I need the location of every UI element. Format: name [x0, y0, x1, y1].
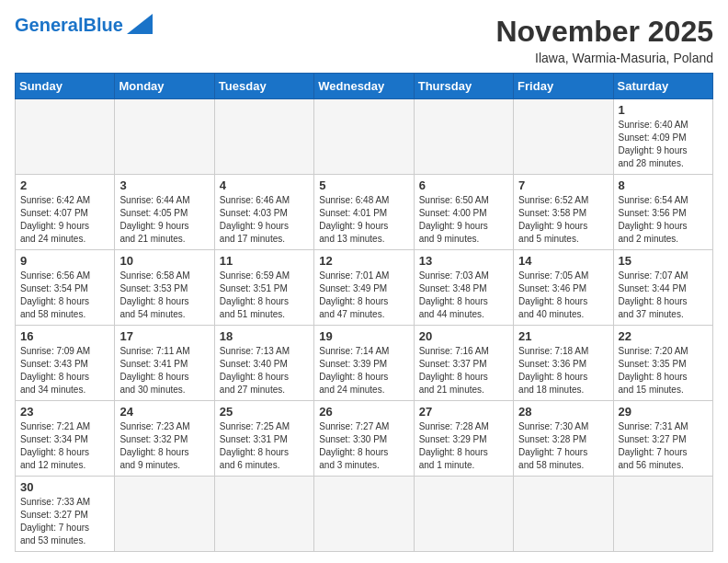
table-row: 9Sunrise: 6:56 AM Sunset: 3:54 PM Daylig…	[16, 250, 115, 326]
table-row	[314, 99, 414, 175]
day-info: Sunrise: 7:28 AM Sunset: 3:29 PM Dayligh…	[419, 420, 508, 472]
day-info: Sunrise: 6:59 AM Sunset: 3:51 PM Dayligh…	[220, 270, 309, 321]
day-number: 2	[20, 178, 109, 192]
svg-marker-0	[127, 14, 153, 34]
day-info: Sunrise: 7:14 AM Sunset: 3:39 PM Dayligh…	[319, 345, 408, 396]
logo-triangle-icon	[127, 14, 153, 34]
table-row	[314, 477, 414, 552]
month-title: November 2025	[495, 15, 713, 49]
day-info: Sunrise: 7:16 AM Sunset: 3:37 PM Dayligh…	[419, 345, 508, 396]
day-number: 29	[619, 405, 708, 419]
day-info: Sunrise: 7:31 AM Sunset: 3:27 PM Dayligh…	[619, 420, 708, 472]
day-number: 7	[518, 178, 608, 192]
day-info: Sunrise: 6:50 AM Sunset: 4:00 PM Dayligh…	[419, 194, 508, 246]
day-info: Sunrise: 7:09 AM Sunset: 3:43 PM Dayligh…	[20, 345, 109, 396]
location-subtitle: Ilawa, Warmia-Masuria, Poland	[495, 51, 713, 65]
logo-general: General	[15, 15, 83, 35]
calendar-week-row: 30Sunrise: 7:33 AM Sunset: 3:27 PM Dayli…	[16, 477, 713, 552]
day-number: 28	[518, 405, 608, 419]
day-number: 14	[518, 254, 608, 268]
table-row: 1Sunrise: 6:40 AM Sunset: 4:09 PM Daylig…	[613, 99, 712, 175]
col-friday: Friday	[514, 74, 613, 99]
day-number: 20	[419, 329, 508, 343]
table-row	[414, 477, 513, 552]
day-info: Sunrise: 7:18 AM Sunset: 3:36 PM Dayligh…	[518, 345, 608, 396]
calendar-week-row: 16Sunrise: 7:09 AM Sunset: 3:43 PM Dayli…	[16, 326, 713, 401]
table-row	[414, 99, 513, 175]
day-info: Sunrise: 7:25 AM Sunset: 3:31 PM Dayligh…	[220, 420, 309, 472]
table-row: 27Sunrise: 7:28 AM Sunset: 3:29 PM Dayli…	[414, 401, 513, 477]
day-info: Sunrise: 6:52 AM Sunset: 3:58 PM Dayligh…	[518, 194, 608, 246]
table-row: 28Sunrise: 7:30 AM Sunset: 3:28 PM Dayli…	[514, 401, 613, 477]
day-info: Sunrise: 6:40 AM Sunset: 4:09 PM Dayligh…	[619, 119, 708, 170]
table-row: 2Sunrise: 6:42 AM Sunset: 4:07 PM Daylig…	[16, 175, 115, 250]
table-row: 3Sunrise: 6:44 AM Sunset: 4:05 PM Daylig…	[115, 175, 214, 250]
table-row: 6Sunrise: 6:50 AM Sunset: 4:00 PM Daylig…	[414, 175, 513, 250]
day-number: 24	[119, 405, 209, 419]
day-number: 15	[619, 254, 708, 268]
table-row: 22Sunrise: 7:20 AM Sunset: 3:35 PM Dayli…	[613, 326, 712, 401]
day-number: 8	[619, 178, 708, 192]
day-info: Sunrise: 6:42 AM Sunset: 4:07 PM Dayligh…	[20, 194, 109, 246]
col-monday: Monday	[115, 74, 214, 99]
day-number: 23	[20, 405, 109, 419]
day-number: 5	[319, 178, 408, 192]
day-info: Sunrise: 7:01 AM Sunset: 3:49 PM Dayligh…	[319, 270, 408, 321]
table-row	[214, 477, 313, 552]
day-number: 6	[419, 178, 508, 192]
table-row: 21Sunrise: 7:18 AM Sunset: 3:36 PM Dayli…	[514, 326, 613, 401]
table-row	[214, 99, 313, 175]
day-number: 3	[119, 178, 209, 192]
day-info: Sunrise: 7:03 AM Sunset: 3:48 PM Dayligh…	[419, 270, 508, 321]
day-info: Sunrise: 7:21 AM Sunset: 3:34 PM Dayligh…	[20, 420, 109, 472]
table-row	[514, 99, 613, 175]
logo-text: GeneralBlue	[15, 15, 123, 35]
table-row: 25Sunrise: 7:25 AM Sunset: 3:31 PM Dayli…	[214, 401, 313, 477]
table-row: 8Sunrise: 6:54 AM Sunset: 3:56 PM Daylig…	[613, 175, 712, 250]
day-number: 27	[419, 405, 508, 419]
day-number: 1	[619, 103, 708, 117]
table-row: 23Sunrise: 7:21 AM Sunset: 3:34 PM Dayli…	[16, 401, 115, 477]
day-info: Sunrise: 6:58 AM Sunset: 3:53 PM Dayligh…	[119, 270, 209, 321]
col-wednesday: Wednesday	[314, 74, 414, 99]
table-row: 18Sunrise: 7:13 AM Sunset: 3:40 PM Dayli…	[214, 326, 313, 401]
day-info: Sunrise: 7:11 AM Sunset: 3:41 PM Dayligh…	[119, 345, 209, 396]
day-number: 16	[20, 329, 109, 343]
calendar-week-row: 2Sunrise: 6:42 AM Sunset: 4:07 PM Daylig…	[16, 175, 713, 250]
day-info: Sunrise: 6:44 AM Sunset: 4:05 PM Dayligh…	[119, 194, 209, 246]
day-info: Sunrise: 6:54 AM Sunset: 3:56 PM Dayligh…	[619, 194, 708, 246]
table-row: 16Sunrise: 7:09 AM Sunset: 3:43 PM Dayli…	[16, 326, 115, 401]
day-number: 13	[419, 254, 508, 268]
day-info: Sunrise: 7:05 AM Sunset: 3:46 PM Dayligh…	[518, 270, 608, 321]
day-number: 10	[119, 254, 209, 268]
day-info: Sunrise: 7:30 AM Sunset: 3:28 PM Dayligh…	[518, 420, 608, 472]
table-row: 13Sunrise: 7:03 AM Sunset: 3:48 PM Dayli…	[414, 250, 513, 326]
calendar-table: Sunday Monday Tuesday Wednesday Thursday…	[15, 73, 713, 552]
day-info: Sunrise: 7:27 AM Sunset: 3:30 PM Dayligh…	[319, 420, 408, 472]
calendar-header-row: Sunday Monday Tuesday Wednesday Thursday…	[16, 74, 713, 99]
calendar-week-row: 9Sunrise: 6:56 AM Sunset: 3:54 PM Daylig…	[16, 250, 713, 326]
table-row: 10Sunrise: 6:58 AM Sunset: 3:53 PM Dayli…	[115, 250, 214, 326]
table-row: 5Sunrise: 6:48 AM Sunset: 4:01 PM Daylig…	[314, 175, 414, 250]
day-number: 19	[319, 329, 408, 343]
day-number: 22	[619, 329, 708, 343]
day-info: Sunrise: 6:56 AM Sunset: 3:54 PM Dayligh…	[20, 270, 109, 321]
table-row: 12Sunrise: 7:01 AM Sunset: 3:49 PM Dayli…	[314, 250, 414, 326]
day-number: 12	[319, 254, 408, 268]
day-number: 11	[220, 254, 309, 268]
table-row	[115, 99, 214, 175]
day-info: Sunrise: 7:13 AM Sunset: 3:40 PM Dayligh…	[220, 345, 309, 396]
col-saturday: Saturday	[613, 74, 712, 99]
table-row	[514, 477, 613, 552]
table-row: 7Sunrise: 6:52 AM Sunset: 3:58 PM Daylig…	[514, 175, 613, 250]
table-row	[115, 477, 214, 552]
day-info: Sunrise: 6:46 AM Sunset: 4:03 PM Dayligh…	[220, 194, 309, 246]
table-row: 29Sunrise: 7:31 AM Sunset: 3:27 PM Dayli…	[613, 401, 712, 477]
table-row	[613, 477, 712, 552]
day-info: Sunrise: 7:33 AM Sunset: 3:27 PM Dayligh…	[20, 496, 109, 547]
title-block: November 2025 Ilawa, Warmia-Masuria, Pol…	[495, 15, 713, 65]
table-row: 20Sunrise: 7:16 AM Sunset: 3:37 PM Dayli…	[414, 326, 513, 401]
day-number: 17	[119, 329, 209, 343]
day-info: Sunrise: 7:07 AM Sunset: 3:44 PM Dayligh…	[619, 270, 708, 321]
calendar-week-row: 23Sunrise: 7:21 AM Sunset: 3:34 PM Dayli…	[16, 401, 713, 477]
